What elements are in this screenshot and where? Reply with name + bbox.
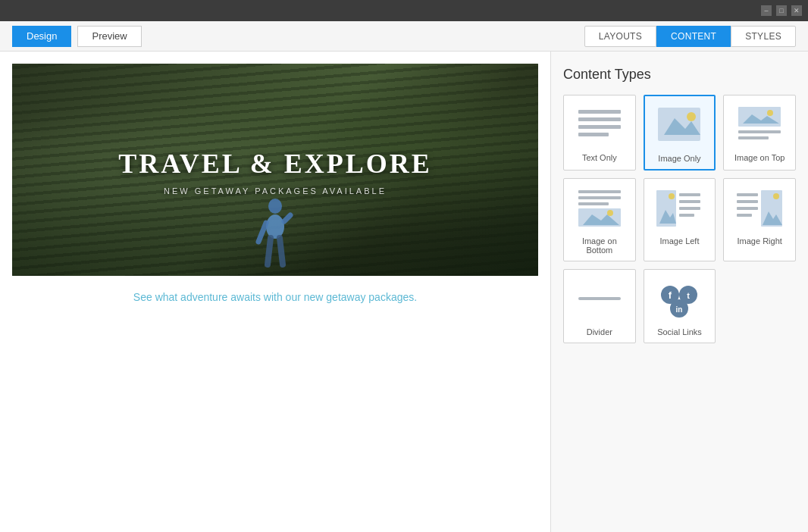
svg-rect-20 <box>578 202 609 205</box>
image-only-label: Image Only <box>658 154 700 163</box>
svg-rect-8 <box>578 125 621 129</box>
svg-point-0 <box>268 199 282 214</box>
content-type-image-on-bottom[interactable]: Image on Bottom <box>563 178 636 261</box>
header-nav: LAYOUTS CONTENT STYLES <box>584 26 796 47</box>
svg-rect-16 <box>738 130 781 133</box>
right-panel: Content Types Text Only <box>550 52 808 532</box>
image-on-bottom-icon <box>573 186 626 230</box>
content-type-image-only[interactable]: Image Only <box>644 95 716 171</box>
svg-point-26 <box>669 193 675 199</box>
image-right-label: Image Right <box>738 236 782 246</box>
svg-line-3 <box>284 215 290 221</box>
description-text: See what adventure awaits with our new g… <box>12 286 538 308</box>
svg-line-2 <box>258 223 266 242</box>
svg-rect-19 <box>578 196 621 199</box>
svg-rect-38 <box>578 297 621 300</box>
svg-point-37 <box>773 193 779 199</box>
svg-rect-30 <box>679 214 694 217</box>
svg-text:t: t <box>687 291 691 300</box>
text-only-label: Text Only <box>582 153 617 162</box>
hero-title: TRAVEL & EXPLORE <box>118 148 431 180</box>
image-on-bottom-label: Image on Bottom <box>568 236 631 255</box>
svg-line-4 <box>268 238 271 264</box>
nav-layouts[interactable]: LAYOUTS <box>584 26 656 47</box>
svg-point-1 <box>266 214 284 239</box>
nav-styles[interactable]: STYLES <box>731 26 796 47</box>
svg-rect-7 <box>578 117 621 121</box>
social-links-icon: f t in <box>653 277 706 321</box>
tab-design[interactable]: Design <box>12 26 71 47</box>
svg-text:in: in <box>676 305 683 314</box>
svg-rect-28 <box>679 200 700 203</box>
hero-person <box>252 192 298 276</box>
section-title: Content Types <box>563 67 796 83</box>
svg-rect-27 <box>679 193 700 196</box>
content-type-image-right[interactable]: Image Right <box>723 178 796 261</box>
svg-rect-13 <box>738 107 781 127</box>
image-left-icon <box>653 186 706 230</box>
window-controls: – □ ✕ <box>761 5 802 16</box>
header: Design Preview LAYOUTS CONTENT STYLES <box>0 21 808 52</box>
image-right-icon <box>733 186 786 230</box>
image-on-top-icon <box>733 103 786 147</box>
hero-image: TRAVEL & EXPLORE NEW GETAWAY PACKAGES AV… <box>12 64 538 276</box>
close-button[interactable]: ✕ <box>791 5 802 16</box>
tab-preview[interactable]: Preview <box>77 26 141 47</box>
svg-rect-17 <box>738 136 769 139</box>
title-bar: – □ ✕ <box>0 0 808 21</box>
svg-line-5 <box>280 238 283 264</box>
content-type-text-only[interactable]: Text Only <box>563 95 636 171</box>
svg-rect-34 <box>737 214 752 217</box>
image-on-top-label: Image on Top <box>734 153 785 162</box>
content-type-image-left[interactable]: Image Left <box>644 178 716 261</box>
divider-icon <box>573 277 626 321</box>
svg-rect-9 <box>578 133 609 136</box>
svg-point-23 <box>607 210 613 216</box>
content-type-grid: Text Only Image Only <box>563 95 796 343</box>
minimize-button[interactable]: – <box>761 5 772 16</box>
text-only-icon <box>573 103 626 147</box>
svg-rect-32 <box>737 200 758 203</box>
svg-rect-31 <box>737 193 758 196</box>
svg-text:f: f <box>669 289 672 301</box>
main-area: TRAVEL & EXPLORE NEW GETAWAY PACKAGES AV… <box>0 52 808 532</box>
left-panel: TRAVEL & EXPLORE NEW GETAWAY PACKAGES AV… <box>0 52 550 532</box>
svg-rect-6 <box>578 110 621 114</box>
image-left-label: Image Left <box>660 236 700 246</box>
nav-content[interactable]: CONTENT <box>656 26 731 47</box>
maximize-button[interactable]: □ <box>776 5 787 16</box>
svg-point-12 <box>687 112 696 121</box>
svg-point-15 <box>767 110 773 116</box>
social-links-label: Social Links <box>657 327 702 336</box>
divider-label: Divider <box>587 327 612 336</box>
svg-rect-18 <box>578 190 621 193</box>
image-only-icon <box>653 104 706 148</box>
svg-rect-29 <box>679 207 700 210</box>
svg-rect-33 <box>737 207 758 210</box>
content-type-social-links[interactable]: f t in Social Links <box>644 269 716 343</box>
content-type-image-on-top[interactable]: Image on Top <box>723 95 796 171</box>
content-type-divider[interactable]: Divider <box>563 269 636 343</box>
